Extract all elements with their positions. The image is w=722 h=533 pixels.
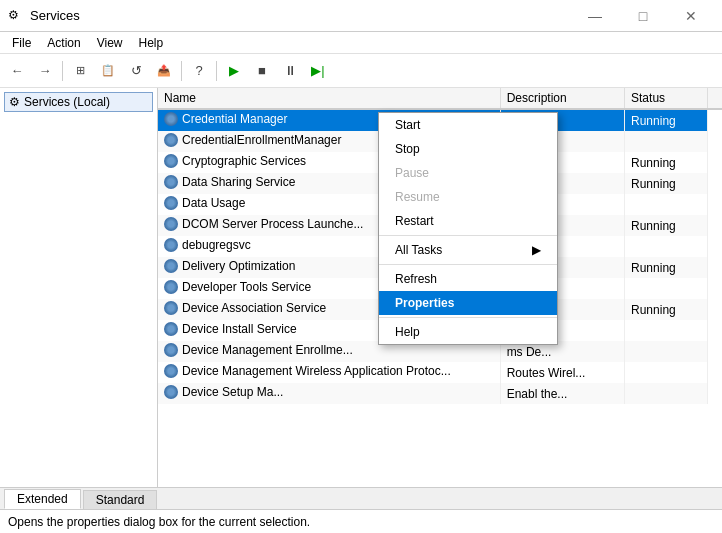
show-standard-view-button[interactable]: ⊞ [67, 58, 93, 84]
service-status-cell: Running [625, 152, 708, 173]
ctx-sep-2 [379, 264, 557, 265]
service-name-label: Cryptographic Services [182, 154, 306, 168]
service-name-label: Delivery Optimization [182, 259, 295, 273]
service-icon: Data Usage [164, 196, 245, 210]
export-button[interactable]: 📤 [151, 58, 177, 84]
status-bar: Opens the properties dialog box for the … [0, 509, 722, 533]
service-icon: DCOM Server Process Launche... [164, 217, 363, 231]
service-icon: Device Management Wireless Application P… [164, 364, 451, 378]
toolbar: ← → ⊞ 📋 ↺ 📤 ? ▶ ■ ⏸ ▶| [0, 54, 722, 88]
service-icon: Cryptographic Services [164, 154, 306, 168]
service-status-cell [625, 236, 708, 257]
table-row[interactable]: Device Management Wireless Application P… [158, 362, 722, 383]
toolbar-separator-3 [216, 61, 217, 81]
show-details-button[interactable]: 📋 [95, 58, 121, 84]
service-name-label: Data Sharing Service [182, 175, 295, 189]
service-status-cell: Running [625, 173, 708, 194]
main-area: ⚙ Services (Local) Name Description Stat… [0, 88, 722, 487]
service-status-cell [625, 278, 708, 299]
ctx-help[interactable]: Help [379, 320, 557, 344]
service-icon: Credential Manager [164, 112, 287, 126]
service-desc-cell: Enabl the... [500, 383, 624, 404]
status-running-badge: Running [631, 177, 676, 191]
service-name-label: Device Management Wireless Application P… [182, 364, 451, 378]
stop-service-button[interactable]: ■ [249, 58, 275, 84]
status-running-badge: Running [631, 303, 676, 317]
service-name-label: debugregsvc [182, 238, 251, 252]
service-name-label: Device Management Enrollme... [182, 343, 353, 357]
toolbar-separator-1 [62, 61, 63, 81]
menu-action[interactable]: Action [39, 34, 88, 52]
service-status-cell: Running [625, 257, 708, 278]
back-button[interactable]: ← [4, 58, 30, 84]
table-header: Name Description Status [158, 88, 722, 109]
menu-help[interactable]: Help [131, 34, 172, 52]
ctx-sep-3 [379, 317, 557, 318]
table-row[interactable]: Device Setup Ma...Enabl the... [158, 383, 722, 404]
tab-standard[interactable]: Standard [83, 490, 158, 509]
service-status-cell: Running [625, 299, 708, 320]
gear-icon [164, 322, 178, 336]
service-desc-cell: Routes Wirel... [500, 362, 624, 383]
ctx-refresh[interactable]: Refresh [379, 267, 557, 291]
gear-icon [164, 217, 178, 231]
ctx-properties[interactable]: Properties [379, 291, 557, 315]
gear-icon [164, 196, 178, 210]
gear-icon [164, 280, 178, 294]
maximize-button[interactable]: □ [620, 4, 666, 28]
service-name-label: Data Usage [182, 196, 245, 210]
ctx-all-tasks[interactable]: All Tasks ▶ [379, 238, 557, 262]
service-name-label: Developer Tools Service [182, 280, 311, 294]
status-running-badge: Running [631, 219, 676, 233]
help-toolbar-button[interactable]: ? [186, 58, 212, 84]
service-icon: CredentialEnrollmentManager [164, 133, 341, 147]
gear-icon [164, 385, 178, 399]
ctx-stop[interactable]: Stop [379, 137, 557, 161]
col-status[interactable]: Status [625, 88, 708, 109]
app-icon: ⚙ [8, 8, 24, 24]
gear-icon [164, 154, 178, 168]
service-status-cell [625, 362, 708, 383]
service-status-cell [625, 131, 708, 152]
menu-view[interactable]: View [89, 34, 131, 52]
right-panel: Name Description Status Credential Manag… [158, 88, 722, 487]
start-service-button[interactable]: ▶ [221, 58, 247, 84]
resume-service-button[interactable]: ▶| [305, 58, 331, 84]
service-icon: debugregsvc [164, 238, 251, 252]
close-button[interactable]: ✕ [668, 4, 714, 28]
gear-icon [164, 364, 178, 378]
service-icon: Device Setup Ma... [164, 385, 283, 399]
services-local-label: Services (Local) [24, 95, 110, 109]
ctx-restart[interactable]: Restart [379, 209, 557, 233]
services-local-item[interactable]: ⚙ Services (Local) [4, 92, 153, 112]
minimize-button[interactable]: — [572, 4, 618, 28]
gear-icon [164, 238, 178, 252]
service-name-label: Credential Manager [182, 112, 287, 126]
menu-file[interactable]: File [4, 34, 39, 52]
service-status-cell [625, 320, 708, 341]
gear-icon [164, 112, 178, 126]
forward-button[interactable]: → [32, 58, 58, 84]
refresh-button[interactable]: ↺ [123, 58, 149, 84]
service-status-cell: Running [625, 215, 708, 236]
gear-icon [164, 133, 178, 147]
col-scroll-spacer [707, 88, 722, 109]
gear-icon [164, 343, 178, 357]
toolbar-separator-2 [181, 61, 182, 81]
col-name[interactable]: Name [158, 88, 500, 109]
service-status-cell: Running [625, 109, 708, 131]
service-status-cell [625, 194, 708, 215]
status-running-badge: Running [631, 156, 676, 170]
service-status-cell [625, 383, 708, 404]
submenu-arrow-icon: ▶ [532, 243, 541, 257]
context-menu: Start Stop Pause Resume Restart All Task… [378, 112, 558, 345]
col-description[interactable]: Description [500, 88, 624, 109]
tab-extended[interactable]: Extended [4, 489, 81, 509]
title-bar: ⚙ Services — □ ✕ [0, 0, 722, 32]
pause-service-button[interactable]: ⏸ [277, 58, 303, 84]
ctx-pause: Pause [379, 161, 557, 185]
service-status-cell [625, 341, 708, 362]
ctx-resume: Resume [379, 185, 557, 209]
service-icon: Delivery Optimization [164, 259, 295, 273]
ctx-start[interactable]: Start [379, 113, 557, 137]
